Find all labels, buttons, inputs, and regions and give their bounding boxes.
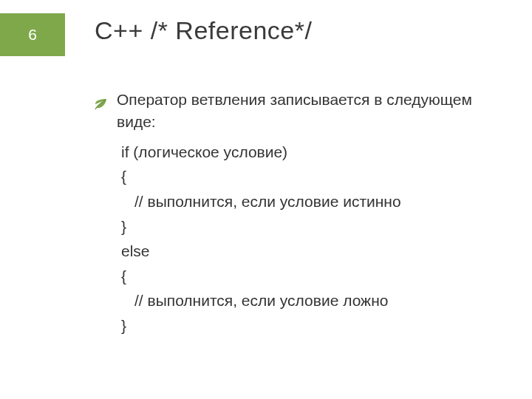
code-line: { — [121, 264, 494, 289]
code-line: } — [121, 214, 494, 239]
bullet-item: Оператор ветвления записывается в следую… — [95, 89, 494, 134]
code-line: if (логическое условие) — [121, 140, 494, 165]
code-line: // выполнится, если условие ложно — [121, 288, 494, 313]
page-number: 6 — [28, 26, 37, 44]
code-line: { — [121, 164, 494, 189]
bullet-text: Оператор ветвления записывается в следую… — [117, 89, 494, 134]
leaf-icon — [95, 94, 108, 116]
content-area: Оператор ветвления записывается в следую… — [95, 89, 494, 338]
slide-title: С++ /* Reference*/ — [95, 16, 312, 45]
code-block: if (логическое условие) { // выполнится,… — [121, 140, 494, 338]
code-line: else — [121, 239, 494, 264]
page-number-badge: 6 — [0, 13, 65, 56]
code-line: } — [121, 313, 494, 338]
code-line: // выполнится, если условие истинно — [121, 189, 494, 214]
